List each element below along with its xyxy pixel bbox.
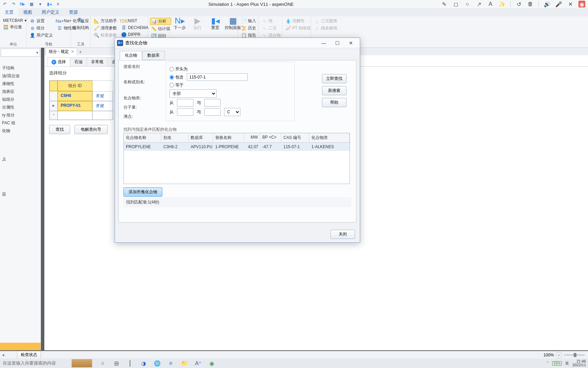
skip-start-icon[interactable]: ▮◂ [46,1,53,8]
dialog-titlebar[interactable]: A+ 查找化合物 — ☐ ✕ [115,38,360,48]
nav-item[interactable]: 池表征 [0,88,41,96]
cell-empty[interactable] [58,111,92,120]
row-handle[interactable] [49,91,58,101]
minimize-button[interactable]: — [317,40,330,46]
trash-icon[interactable]: 🗑 [527,1,534,8]
nav-item[interactable]: FAC 组 [0,119,41,127]
undo-icon[interactable]: ↶ [1,1,8,8]
collapse-handle-icon[interactable]: ‹ [34,50,40,55]
binary-button[interactable]: ∿二元 [261,25,282,31]
volume-icon[interactable]: 🔊 [544,1,550,8]
table-row[interactable]: ▸ PROPY-01 常规 [49,101,113,111]
table-row-new[interactable]: * [49,111,113,120]
ternary-button[interactable]: △三元图表 [313,18,338,24]
nav-item[interactable]: 分属性 [0,103,41,111]
nist-button[interactable]: TDENIST [120,18,149,24]
add-tab-button[interactable]: + [77,48,84,55]
nav-item[interactable]: 子结构 [0,64,41,72]
history-button[interactable]: 📜历史 [240,25,257,31]
nav-item[interactable] [0,57,41,64]
app-icon[interactable]: ◑ [140,359,147,367]
col-syn[interactable]: 替换名称 [213,133,244,142]
col-class[interactable]: 化合物类 [309,133,350,142]
tab-petroleum[interactable]: 石油 [70,57,87,66]
compound-class-select[interactable]: 全部 [170,89,217,98]
column-header-id[interactable]: 组分 ID [58,81,92,91]
edge-icon[interactable]: 🌐 [153,359,161,367]
zoom-out-button[interactable]: − [556,352,562,358]
clock[interactable]: 21:46 2022/11 [572,359,586,367]
redo-icon[interactable]: ↷ [10,1,17,8]
tab-home[interactable]: 主页 [0,8,18,16]
cell-component-id[interactable]: C6H6 [58,91,92,101]
chevron-up-icon[interactable]: ˄ [547,361,549,366]
record-icon[interactable]: ◉ [578,1,585,8]
col-db[interactable]: 数据库 [189,133,213,142]
methods-assistant-button[interactable]: 📐方法助手 [93,18,118,24]
add-selected-button[interactable]: 添加所选化合物 [123,187,162,197]
input-button[interactable]: 📄输入 [240,18,257,24]
close-tab-icon[interactable]: ✕ [71,49,74,54]
next-step-button[interactable]: N▸下一步 [172,18,188,31]
help-button[interactable]: 帮助 [322,98,347,107]
refresh-icon[interactable]: ↺ [515,1,522,8]
row-handle-new[interactable]: * [49,111,58,120]
components-button[interactable]: ⊚组分 [29,25,54,31]
explorer-icon[interactable]: 📁 [181,359,188,367]
qat-more-icon[interactable]: ≡ [55,1,61,8]
tab-nonconv[interactable]: 非常规 [87,57,108,66]
bp-to-input[interactable] [204,108,221,116]
arrow-icon[interactable]: ↗ [475,1,482,8]
nav-item[interactable]: 化物 [0,127,41,135]
nav-item[interactable]: 应 [0,190,41,198]
close-button[interactable]: ✕ [344,40,358,46]
tab-user[interactable]: 用户定义 [37,8,64,16]
new-search-button[interactable]: 新搜索 [322,86,347,95]
tab-select[interactable]: ✔选择 [47,57,70,66]
table-row[interactable]: C6H6 常规 [49,91,113,101]
analysis-button[interactable]: 📊分析 [150,18,171,25]
find-button[interactable]: 查找 [49,125,70,134]
calendar-icon[interactable]: ▦ [28,1,35,8]
radio-equals[interactable]: 等于 [170,82,183,88]
elec-wizard-button[interactable]: 电解质向导 [74,125,108,134]
cell-empty[interactable] [92,111,113,120]
doc-tab[interactable]: 组分 - 规定 ✕ [46,48,77,55]
radio-starts-with[interactable]: 开头为 [170,66,188,72]
bp-from-input[interactable] [177,108,193,116]
row-handle-current[interactable]: ▸ [49,101,58,111]
circle-icon[interactable]: ○ [99,359,106,367]
run-button[interactable]: ▶运行 [190,18,205,31]
nav-item[interactable]: 油/混合油 [0,72,41,80]
radio-contains[interactable]: 包含 [170,74,183,80]
nav-item[interactable]: ry 组分 [0,111,41,119]
retrieve-params-button[interactable]: 🔍检索参数 [93,32,118,39]
estimate-button[interactable]: 📏估计值 [150,26,171,32]
status-error-icon[interactable]: ● [0,353,7,357]
bp-unit-select[interactable]: C [224,108,240,116]
nav-item[interactable]: 准物性 [0,80,41,88]
setup-button[interactable]: ⚙设置 [29,18,54,24]
pencil-icon[interactable]: ✎ [441,1,447,8]
unit-set-combo[interactable]: METCBAR ▾ [2,18,28,23]
cell-component-type[interactable]: 常规 [92,91,113,101]
residue-button[interactable]: △残余曲线 [313,25,338,31]
unit-sets-button[interactable]: 🧮单位集 [2,24,28,30]
cell-component-type[interactable]: 常规 [92,101,113,111]
tab-compound[interactable]: 化合物 [120,51,142,60]
tab-view[interactable]: 视图 [18,8,37,16]
taskbar-search[interactable]: 在这里输入你要搜索的内容 [0,359,72,368]
ie-icon[interactable]: e [167,359,175,367]
col-bp[interactable]: BP <C> [260,133,281,142]
close-icon[interactable]: ✕ [567,1,574,8]
reset-button[interactable]: ▮◂重置 [207,18,223,31]
mw-from-input[interactable] [177,99,193,107]
dippr-button[interactable]: 🔵DIPPR [120,31,149,38]
maximize-button[interactable]: ☐ [330,40,344,46]
user-def-button[interactable]: 👤用户定义 [29,32,54,39]
dechema-button[interactable]: 🗄DECHEMA [120,25,149,31]
search-now-button[interactable]: 立即查找 [322,74,347,83]
pure-button[interactable]: ∿纯 [261,18,282,24]
solubility-button[interactable]: 💧溶解性 [284,18,312,24]
tab-resources[interactable]: 资源 [64,8,83,16]
